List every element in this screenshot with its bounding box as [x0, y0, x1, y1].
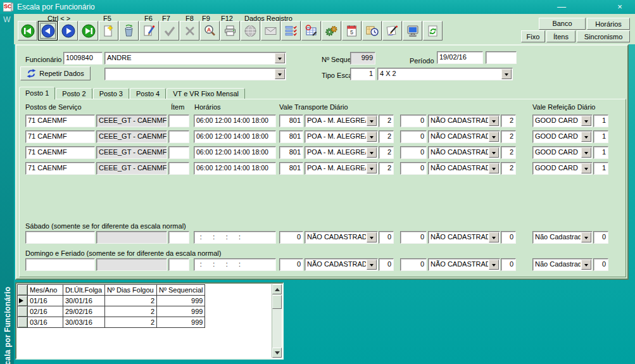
tipo-escala-input[interactable]: 1	[350, 68, 375, 80]
repetir-dados-button[interactable]: Repetir Dados	[20, 66, 91, 80]
vt2-linha-select[interactable]: NÃO CADASTRADA	[428, 146, 500, 159]
edit-record-button[interactable]	[139, 21, 159, 41]
vt-linha-select[interactable]: POA - M. ALEGRE/SA	[305, 130, 378, 143]
vt2-linha-select[interactable]: NÃO CADASTRADA	[428, 231, 500, 244]
vt-qtd-input[interactable]: 2	[379, 130, 394, 143]
posto-code-input[interactable]: 71 CAENMF	[25, 130, 95, 143]
dropdown-arrow-icon[interactable]	[367, 132, 377, 142]
schedule-grid-button[interactable]	[301, 21, 321, 41]
checklist-button[interactable]	[281, 21, 301, 41]
dropdown-arrow-icon[interactable]	[275, 53, 285, 63]
item-input[interactable]	[168, 231, 189, 244]
posto-code-input[interactable]: 71 CAENMF	[25, 162, 95, 175]
dropdown-arrow-icon[interactable]	[489, 132, 499, 142]
mes-ano-cell[interactable]: 01/16	[28, 296, 63, 306]
dropdown-arrow-icon[interactable]	[489, 163, 499, 173]
calendar-day-button[interactable]: 5	[342, 21, 362, 41]
vt2-qtd-input[interactable]: 2	[501, 130, 516, 143]
vt2-qtd-input[interactable]: 0	[501, 258, 516, 271]
funcionario-code-input[interactable]: 1009840	[63, 52, 103, 65]
vr-qtd-input[interactable]: 1	[593, 162, 608, 175]
dropdown-arrow-icon[interactable]	[489, 116, 499, 126]
sincronismo-button[interactable]: Sincronismo	[577, 30, 630, 42]
vt-linha-select[interactable]: POA - M. ALEGRE/SA	[305, 162, 378, 175]
row-selector-cell[interactable]	[18, 296, 28, 306]
vt-qtd-input[interactable]: 0	[379, 258, 394, 271]
fixo-button[interactable]: Fixo	[521, 30, 545, 42]
vr-qtd-input[interactable]: 0	[593, 231, 608, 244]
horarios-input[interactable]: : : : :	[194, 231, 276, 244]
secondary-select[interactable]	[104, 68, 286, 80]
sequencial-cell[interactable]: 999	[157, 317, 205, 328]
dropdown-arrow-icon[interactable]	[489, 260, 499, 270]
vt2-qtd-input[interactable]: 2	[501, 115, 516, 127]
vt-codigo-input[interactable]: 0	[279, 258, 303, 271]
print-button[interactable]	[220, 21, 240, 41]
scroll-up-button[interactable]	[272, 284, 282, 294]
insert-record-button[interactable]	[99, 21, 118, 41]
refresh-button[interactable]	[423, 21, 443, 41]
vt-qtd-input[interactable]: 2	[379, 162, 394, 175]
vt2-codigo-input[interactable]: 0	[400, 130, 427, 143]
vr-qtd-input[interactable]: 1	[593, 115, 608, 127]
vt-linha-select[interactable]: POA - M. ALEGRE/SA	[305, 115, 378, 127]
dt-ult-folga-cell[interactable]: 30/03/16	[63, 317, 105, 328]
funcionario-name-select[interactable]: ANDRE	[104, 52, 286, 65]
posto-code-input[interactable]	[25, 258, 95, 271]
dropdown-arrow-icon[interactable]	[367, 260, 377, 270]
vt2-linha-select[interactable]: NÃO CADASTRADA	[428, 130, 500, 143]
vr-cartao-select[interactable]: Não Cadastrada	[532, 258, 593, 271]
tab-vt-vr-fixo-mensal[interactable]: VT e VR Fixo Mensal	[167, 88, 245, 99]
periodo-input[interactable]: 19/02/16	[437, 51, 483, 64]
tab-posto-4[interactable]: Posto 4	[130, 88, 166, 99]
horarios-input[interactable]: 06:00 12:00 14:00 18:00	[194, 115, 276, 127]
periodo-fim-input[interactable]	[486, 51, 517, 64]
vr-cartao-select[interactable]: GOOD CARD .	[532, 130, 593, 143]
vt2-linha-select[interactable]: NÃO CADASTRADA	[428, 258, 500, 271]
web-button[interactable]	[241, 21, 260, 41]
dropdown-arrow-icon[interactable]	[501, 69, 512, 79]
scroll-down-button[interactable]	[272, 348, 282, 358]
vt2-codigo-input[interactable]: 0	[400, 162, 427, 175]
tipo-escala-select[interactable]: 4 X 2	[377, 68, 513, 80]
delete-record-button[interactable]	[119, 21, 139, 41]
schedule-clock-button[interactable]	[362, 21, 382, 41]
horarios-input[interactable]: 06:00 12:00 14:00 18:00	[194, 146, 276, 159]
dt-ult-folga-cell[interactable]: 29/02/16	[63, 306, 105, 317]
scrollbar-thumb[interactable]	[272, 295, 282, 309]
dropdown-arrow-icon[interactable]	[367, 163, 377, 173]
tab-posto-3[interactable]: Posto 3	[93, 88, 129, 99]
horarios-button[interactable]: Horários	[587, 18, 630, 30]
vr-qtd-input[interactable]: 1	[593, 130, 608, 143]
row-selector-cell[interactable]	[18, 317, 28, 328]
vt-codigo-input[interactable]: 801	[279, 115, 303, 127]
last-record-button[interactable]	[79, 21, 98, 41]
dropdown-arrow-icon[interactable]	[581, 260, 591, 270]
minimize-button[interactable]: —	[553, 0, 570, 14]
computer-button[interactable]	[403, 21, 422, 41]
posto-code-input[interactable]	[25, 231, 95, 244]
previous-record-button[interactable]	[38, 21, 58, 41]
vr-qtd-input[interactable]: 1	[593, 146, 608, 159]
vt-qtd-input[interactable]: 2	[379, 146, 394, 159]
vt-codigo-input[interactable]: 801	[279, 130, 303, 143]
vt-linha-select[interactable]: NÃO CADASTRADA	[305, 231, 378, 244]
vt2-qtd-input[interactable]: 2	[501, 162, 516, 175]
vt-qtd-input[interactable]: 2	[379, 115, 394, 127]
dropdown-arrow-icon[interactable]	[581, 147, 591, 158]
item-input[interactable]	[168, 258, 189, 271]
vt2-qtd-input[interactable]: 0	[501, 231, 516, 244]
dropdown-arrow-icon[interactable]	[489, 147, 499, 158]
dropdown-arrow-icon[interactable]	[581, 116, 591, 126]
post-record-button[interactable]	[160, 21, 179, 41]
dias-folgou-cell[interactable]: 2	[105, 317, 157, 328]
app-icon[interactable]: SC	[3, 2, 13, 12]
itens-button[interactable]: Ítens	[546, 30, 575, 42]
vr-cartao-select[interactable]: GOOD CARD .	[532, 146, 593, 159]
sequencial-cell[interactable]: 999	[157, 296, 205, 306]
cancel-record-button[interactable]	[180, 21, 199, 41]
vt2-linha-select[interactable]: NÃO CADASTRADA	[428, 162, 500, 175]
dropdown-arrow-icon[interactable]	[275, 69, 285, 79]
vt2-linha-select[interactable]: NÃO CADASTRADA	[428, 115, 500, 127]
sequencial-cell[interactable]: 999	[157, 306, 205, 317]
